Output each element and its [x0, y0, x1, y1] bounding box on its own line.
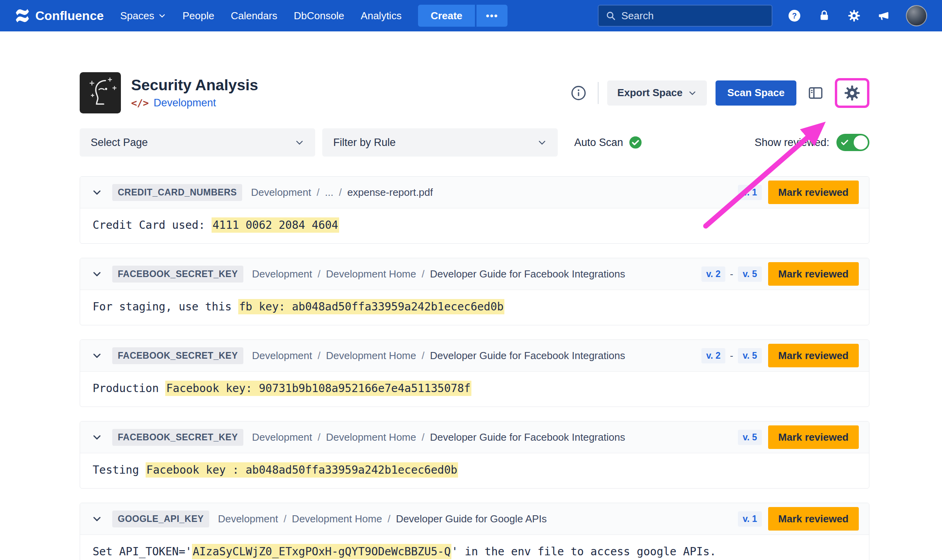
finding-card: GOOGLE_API_KEY Development/Development H…	[80, 503, 869, 560]
version-badges: v. 2-v. 5	[701, 348, 762, 363]
version-badge[interactable]: v. 2	[701, 266, 725, 282]
show-reviewed-control: Show reviewed:	[754, 134, 869, 151]
panel-layout-icon[interactable]	[805, 82, 826, 104]
confluence-logo[interactable]: Confluence	[15, 8, 104, 23]
space-link[interactable]: Development	[153, 97, 216, 109]
breadcrumb-item[interactable]: Development	[251, 186, 311, 199]
finding-card: FACEBOOK_SECRET_KEY Development/Developm…	[80, 339, 869, 407]
select-page-dropdown[interactable]: Select Page	[80, 128, 315, 157]
version-badge[interactable]: v. 2	[701, 348, 725, 363]
finding-header: CREDIT_CARD_NUMBERS Development/.../expe…	[80, 177, 869, 208]
breadcrumb-item[interactable]: Development	[252, 431, 312, 443]
rule-badge: CREDIT_CARD_NUMBERS	[112, 184, 242, 201]
mark-reviewed-button[interactable]: Mark reviewed	[768, 425, 859, 449]
version-separator: -	[730, 268, 733, 280]
breadcrumb-item[interactable]: Development Home	[292, 513, 382, 525]
collapse-chevron-icon[interactable]	[90, 349, 104, 362]
content-text: Set API_TOKEN='	[93, 545, 192, 558]
megaphone-icon[interactable]	[876, 8, 892, 24]
gear-icon[interactable]	[846, 8, 862, 24]
version-badge[interactable]: v. 1	[738, 511, 762, 527]
breadcrumb-item[interactable]: ...	[325, 186, 334, 199]
chevron-down-icon	[295, 138, 304, 147]
breadcrumb-item[interactable]: Developer Guide for Facebook Integration…	[430, 350, 625, 362]
breadcrumb: Development/Development Home/Developer G…	[218, 513, 547, 525]
avatar[interactable]	[906, 5, 927, 26]
brand-name: Confluence	[35, 9, 104, 23]
finding-content: Credit Card used: 4111 0062 2084 4604	[80, 208, 869, 243]
nav-item-dbconsole[interactable]: DbConsole	[294, 10, 344, 22]
breadcrumb-item[interactable]: Development	[252, 268, 312, 280]
breadcrumb-item[interactable]: Developer Guide for Facebook Integration…	[430, 268, 625, 280]
version-badge[interactable]: v. 5	[738, 348, 762, 363]
breadcrumb-separator: /	[318, 431, 320, 443]
search-input[interactable]	[621, 10, 765, 22]
show-reviewed-toggle[interactable]	[836, 134, 869, 151]
collapse-chevron-icon[interactable]	[90, 512, 104, 525]
breadcrumb-separator: /	[317, 186, 319, 199]
help-icon[interactable]: ?	[787, 8, 802, 24]
finding-card: CREDIT_CARD_NUMBERS Development/.../expe…	[80, 176, 869, 244]
nav-item-people[interactable]: People	[183, 10, 214, 22]
breadcrumb-item[interactable]: Development Home	[326, 350, 416, 362]
breadcrumb: Development/Development Home/Developer G…	[252, 350, 625, 362]
breadcrumb-separator: /	[318, 268, 320, 280]
mark-reviewed-button[interactable]: Mark reviewed	[768, 344, 859, 367]
version-badges: v. 1	[738, 185, 762, 200]
content-text: Production	[93, 382, 165, 395]
collapse-chevron-icon[interactable]	[90, 186, 104, 199]
version-badge[interactable]: v. 1	[738, 185, 762, 200]
breadcrumb-item[interactable]: Development	[252, 350, 312, 362]
search-box[interactable]	[598, 5, 772, 27]
collapse-chevron-icon[interactable]	[90, 267, 104, 281]
version-badge[interactable]: v. 5	[738, 266, 762, 282]
nav-item-calendars[interactable]: Calendars	[231, 10, 277, 22]
version-badge[interactable]: v. 5	[738, 430, 762, 445]
title-block: Security Analysis </> Development	[131, 77, 258, 109]
finding-header: FACEBOOK_SECRET_KEY Development/Developm…	[80, 258, 869, 290]
scan-space-button[interactable]: Scan Space	[716, 80, 796, 106]
chevron-down-icon	[537, 138, 547, 147]
info-icon[interactable]	[568, 82, 589, 104]
toggle-knob	[854, 135, 868, 150]
content-text: For staging, use this	[93, 300, 238, 313]
breadcrumb-item[interactable]: expense-report.pdf	[347, 186, 433, 199]
rule-badge: FACEBOOK_SECRET_KEY	[112, 347, 243, 364]
mark-reviewed-button[interactable]: Mark reviewed	[768, 181, 859, 204]
breadcrumb-item[interactable]: Development	[218, 513, 278, 525]
secret-highlight: Facebook key: 90731b9b108a952166e7e4a511…	[165, 381, 471, 396]
mark-reviewed-button[interactable]: Mark reviewed	[768, 262, 859, 286]
finding-header: FACEBOOK_SECRET_KEY Development/Developm…	[80, 421, 869, 453]
lock-icon[interactable]	[816, 8, 832, 24]
finding-actions: v. 1 Mark reviewed	[738, 507, 859, 531]
breadcrumb-item[interactable]: Developer Guide for Google APIs	[396, 513, 547, 525]
mark-reviewed-button[interactable]: Mark reviewed	[768, 507, 859, 531]
version-separator: -	[730, 350, 733, 361]
space-avatar[interactable]	[80, 72, 121, 113]
finding-content: For staging, use this fb key: ab048ad50f…	[80, 290, 869, 325]
create-more-button[interactable]: •••	[476, 5, 508, 27]
create-button[interactable]: Create	[418, 5, 475, 27]
breadcrumb-separator: /	[422, 350, 424, 362]
collapse-chevron-icon[interactable]	[90, 430, 104, 444]
svg-text:?: ?	[792, 11, 797, 20]
secret-highlight: AIzaSyCLWjZ0_ETxgPOxH-gQYT9ODeWcBBZU5-Q	[192, 544, 451, 559]
secret-highlight: fb key: ab048ad50ffa33959a242b1ecec6ed0b	[238, 299, 504, 314]
breadcrumb-item[interactable]: Developer Guide for Facebook Integration…	[430, 431, 625, 443]
filter-by-rule-dropdown[interactable]: Filter by Rule	[322, 128, 558, 157]
breadcrumb-item[interactable]: Development Home	[326, 268, 416, 280]
nav-item-spaces[interactable]: Spaces	[120, 10, 166, 22]
breadcrumb-separator: /	[339, 186, 342, 199]
finding-card: FACEBOOK_SECRET_KEY Development/Developm…	[80, 421, 869, 489]
breadcrumb-item[interactable]: Development Home	[326, 431, 416, 443]
page-header: Security Analysis </> Development Export…	[80, 72, 869, 113]
check-circle-icon	[629, 136, 642, 149]
secret-highlight: Facebook key : ab048ad50ffa33959a242b1ec…	[146, 462, 458, 478]
content-text: Testing	[93, 463, 146, 476]
confluence-logo-icon	[15, 8, 30, 23]
nav-item-analytics[interactable]: Analytics	[361, 10, 402, 22]
export-space-button[interactable]: Export Space	[607, 80, 707, 106]
search-icon	[606, 11, 616, 21]
finding-content: Testing Facebook key : ab048ad50ffa33959…	[80, 453, 869, 488]
settings-gear-icon[interactable]	[843, 84, 861, 102]
